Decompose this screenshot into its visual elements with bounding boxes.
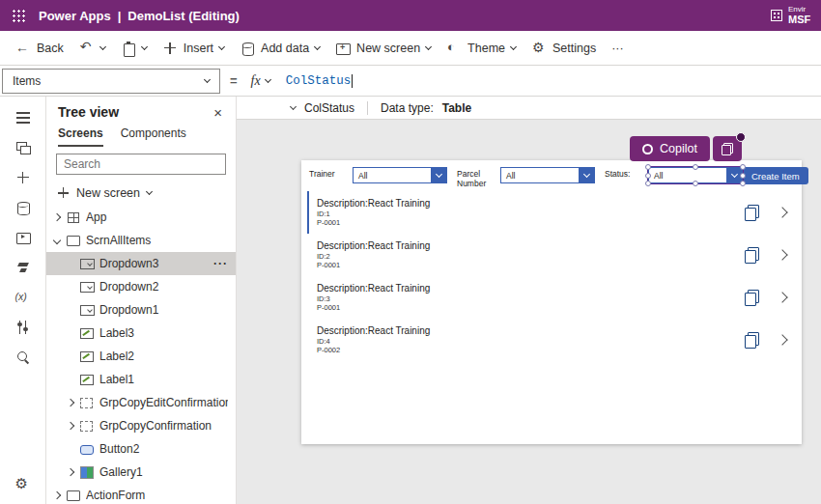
- tree-item[interactable]: Label2: [46, 345, 236, 368]
- item-description: Description:React Training: [317, 283, 745, 294]
- chevron-down-icon[interactable]: [290, 103, 297, 110]
- search-input[interactable]: [57, 157, 225, 171]
- expand-chevron-icon[interactable]: [53, 213, 61, 221]
- selection-handle[interactable]: [693, 164, 698, 170]
- insert-rail-button[interactable]: [0, 162, 46, 192]
- power-automate-icon: [15, 260, 31, 275]
- expand-chevron-icon[interactable]: [67, 468, 74, 476]
- filter-group: Parcel Number All: [457, 167, 595, 189]
- expand-chevron-icon[interactable]: [53, 491, 61, 499]
- tree-item[interactable]: ScrnAllItems: [46, 229, 236, 252]
- menu-button[interactable]: [0, 102, 46, 132]
- tab-screens[interactable]: Screens: [58, 126, 103, 147]
- tree-item[interactable]: Label1: [46, 368, 236, 391]
- copilot-secondary-button[interactable]: [713, 136, 742, 161]
- chevron-down-icon: [204, 75, 211, 82]
- environment-picker[interactable]: Envir MSF: [771, 6, 821, 26]
- close-icon[interactable]: ×: [212, 105, 224, 120]
- tree-item-label: Button2: [99, 442, 228, 456]
- tree-item[interactable]: Gallery1: [46, 461, 236, 484]
- undo-button[interactable]: [71, 35, 113, 62]
- back-button[interactable]: Back: [8, 35, 71, 62]
- fx-selector[interactable]: fx: [247, 73, 280, 89]
- paste-button[interactable]: [113, 35, 155, 62]
- app-screen: Trainer All: [301, 160, 802, 444]
- selection-handle[interactable]: [645, 173, 651, 179]
- new-screen-tree-button[interactable]: New screen: [46, 181, 236, 206]
- app-launcher-icon[interactable]: [12, 9, 25, 22]
- copy-icon[interactable]: [745, 205, 759, 221]
- advanced-tools-button[interactable]: [0, 312, 46, 342]
- search-rail-button[interactable]: [0, 342, 46, 372]
- tree-item[interactable]: App: [46, 206, 236, 229]
- selection-handle[interactable]: [693, 181, 698, 186]
- control-type-icon: [79, 443, 95, 455]
- overflow-menu-icon[interactable]: [213, 257, 228, 270]
- dropdown-button[interactable]: [431, 168, 446, 182]
- tree-view-button[interactable]: [0, 132, 46, 162]
- more-commands-button[interactable]: ···: [604, 36, 632, 61]
- tree-item[interactable]: Dropdown1: [46, 298, 236, 322]
- chevron-down-icon: [141, 42, 148, 49]
- property-selector[interactable]: Items: [2, 69, 220, 94]
- tree-view-icon: [15, 140, 31, 155]
- insert-button[interactable]: Insert: [155, 35, 232, 62]
- selection-handle[interactable]: [645, 164, 651, 170]
- selection-handle[interactable]: [645, 181, 651, 186]
- chevron-down-icon: [314, 42, 321, 49]
- settings-button[interactable]: Settings: [524, 35, 604, 62]
- filter-dropdown[interactable]: All: [648, 167, 743, 183]
- chevron-right-icon[interactable]: [777, 292, 787, 302]
- back-label: Back: [37, 42, 64, 55]
- dropdown-button[interactable]: [579, 168, 594, 182]
- data-rail-button[interactable]: [0, 192, 46, 222]
- media-rail-button[interactable]: [0, 222, 46, 252]
- copy-icon[interactable]: [745, 247, 759, 264]
- more-icon: ···: [611, 42, 624, 55]
- tree-item-label: Label2: [99, 350, 228, 363]
- tree-item[interactable]: Label3: [46, 322, 236, 345]
- tree-item[interactable]: Dropdown3: [46, 252, 236, 275]
- expand-chevron-icon[interactable]: [67, 422, 74, 430]
- copy-icon[interactable]: [745, 332, 759, 349]
- filter-group: Status: All: [605, 167, 743, 183]
- tab-components[interactable]: Components: [121, 126, 186, 147]
- theme-label: Theme: [467, 42, 505, 55]
- selection-handle[interactable]: [740, 164, 746, 170]
- new-screen-button[interactable]: New screen: [327, 35, 439, 62]
- settings-rail-button[interactable]: [0, 468, 46, 498]
- chevron-right-icon[interactable]: [777, 249, 787, 260]
- create-item-button[interactable]: Create Item: [743, 167, 808, 184]
- gallery-item[interactable]: Description:React Training ID:2 P-0001: [307, 234, 796, 276]
- gallery-item[interactable]: Description:React Training ID:3 P-0001: [307, 276, 796, 319]
- copy-icon[interactable]: [745, 290, 759, 306]
- filter-dropdown[interactable]: All: [500, 167, 595, 183]
- filter-dropdown[interactable]: All: [353, 167, 447, 183]
- gallery: Description:React Training ID:1 P-0001: [307, 191, 796, 361]
- selection-handle[interactable]: [740, 181, 746, 186]
- item-description: Description:React Training: [317, 240, 745, 252]
- tree-item-label: GrpCopyConfirmation: [99, 419, 228, 433]
- chevron-right-icon[interactable]: [777, 334, 787, 345]
- add-data-button[interactable]: Add data: [232, 35, 327, 62]
- expand-chevron-icon[interactable]: [53, 237, 61, 244]
- formula-input[interactable]: ColStatus: [280, 74, 821, 88]
- power-automate-button[interactable]: [0, 252, 46, 282]
- variables-button[interactable]: [0, 282, 46, 312]
- tree-item[interactable]: GrpCopyConfirmation: [46, 414, 236, 437]
- tree-item[interactable]: ActionForm: [46, 484, 236, 504]
- theme-button[interactable]: Theme: [439, 35, 524, 62]
- tree-item-label: ScrnAllItems: [86, 234, 228, 247]
- datatype-value: Table: [442, 101, 471, 115]
- tree-item[interactable]: Button2: [46, 437, 236, 461]
- tree-item[interactable]: GrpCopyEditConfirmation: [46, 391, 236, 414]
- tree-item[interactable]: Dropdown2: [46, 275, 236, 298]
- chevron-right-icon[interactable]: [777, 207, 787, 217]
- gallery-item[interactable]: Description:React Training ID:4 P-0002: [307, 319, 796, 361]
- gallery-item[interactable]: Description:React Training ID:1 P-0001: [307, 191, 796, 234]
- formula-result-bar: ColStatus Data type: Table: [237, 97, 821, 120]
- expand-chevron-icon[interactable]: [67, 399, 74, 406]
- copilot-button[interactable]: Copilot: [630, 136, 710, 161]
- control-type-icon: [79, 374, 95, 385]
- selection-handle[interactable]: [740, 173, 746, 179]
